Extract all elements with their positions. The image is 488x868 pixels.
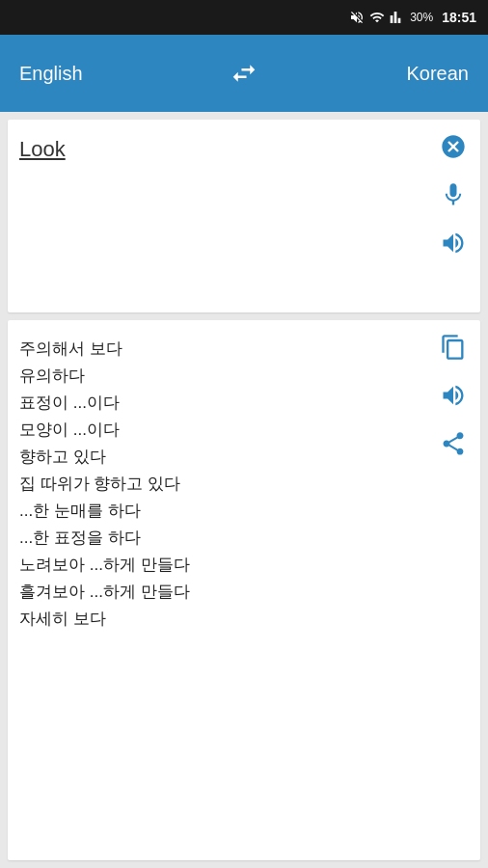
status-icons: 30% 18:51	[349, 10, 476, 25]
translation-speaker-button[interactable]	[438, 380, 469, 411]
clear-button[interactable]	[438, 131, 469, 162]
mic-icon	[440, 181, 467, 208]
list-item: ...한 표정을 하다	[19, 525, 420, 552]
status-bar: 30% 18:51	[0, 0, 488, 35]
list-item: 향하고 있다	[19, 444, 420, 471]
list-item: ...한 눈매를 하다	[19, 498, 420, 525]
input-text[interactable]: Look	[19, 135, 469, 297]
translation-panel: 주의해서 보다유의하다표정이 ...이다모양이 ...이다향하고 있다집 따위가…	[8, 320, 480, 860]
wifi-icon	[369, 10, 385, 25]
target-language[interactable]: Korean	[324, 63, 469, 85]
translation-icons	[438, 332, 469, 459]
list-item: 유의하다	[19, 363, 420, 390]
swap-icon	[230, 59, 258, 88]
share-icon	[440, 430, 467, 457]
translation-text-block: 주의해서 보다유의하다표정이 ...이다모양이 ...이다향하고 있다집 따위가…	[19, 336, 469, 845]
input-icons	[438, 131, 469, 258]
list-item: 모양이 ...이다	[19, 417, 420, 444]
signal-icon	[390, 10, 405, 25]
source-language[interactable]: English	[19, 63, 164, 85]
swap-languages-button[interactable]	[230, 59, 258, 88]
battery-text: 30%	[410, 11, 433, 24]
list-item: 집 따위가 향하고 있다	[19, 471, 420, 498]
copy-button[interactable]	[438, 332, 469, 363]
list-item: 주의해서 보다	[19, 336, 420, 363]
list-item: 흘겨보아 ...하게 만들다	[19, 579, 420, 606]
speaker-button[interactable]	[438, 228, 469, 258]
list-item: 자세히 보다	[19, 606, 420, 633]
app-header: English Korean	[0, 35, 488, 112]
list-item: 노려보아 ...하게 만들다	[19, 552, 420, 579]
copy-icon	[440, 334, 467, 361]
share-button[interactable]	[438, 428, 469, 459]
mute-icon	[349, 10, 365, 25]
main-content: Look 주의해서 보다유의	[0, 112, 488, 868]
mic-button[interactable]	[438, 179, 469, 210]
speaker-icon	[440, 230, 467, 257]
list-item: 표정이 ...이다	[19, 390, 420, 417]
clear-icon	[440, 133, 467, 160]
input-panel: Look	[8, 120, 480, 312]
status-time: 18:51	[442, 10, 476, 25]
translation-speaker-icon	[440, 382, 467, 409]
